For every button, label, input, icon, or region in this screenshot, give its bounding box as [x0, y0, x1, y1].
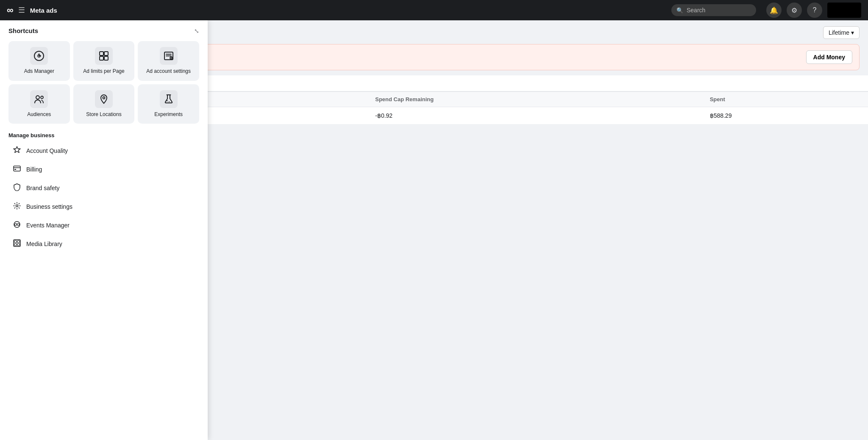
notification-button[interactable]: 🔔: [766, 3, 782, 18]
shortcut-store-locations[interactable]: Store Locations: [73, 84, 135, 124]
store-locations-icon: [95, 90, 113, 108]
search-input[interactable]: [687, 7, 751, 14]
meta-logo-icon: ∞: [7, 5, 13, 16]
nav-icons: 🔔 ⚙ ?: [766, 3, 861, 18]
ad-limits-icon: [95, 47, 113, 65]
menu-item-events-manager[interactable]: Events Manager: [8, 216, 199, 234]
business-settings-label: Business settings: [26, 203, 72, 210]
panel-header: Shortcuts ⤡: [8, 27, 199, 34]
audiences-label: Audiences: [27, 111, 51, 118]
search-bar: 🔍: [671, 4, 756, 16]
menu-item-billing[interactable]: Billing: [8, 161, 199, 178]
svg-rect-18: [14, 166, 20, 171]
store-locations-label: Store Locations: [86, 111, 121, 118]
svg-rect-27: [14, 241, 17, 243]
svg-point-24: [17, 224, 19, 226]
svg-rect-28: [17, 241, 19, 243]
settings-button[interactable]: ⚙: [787, 3, 802, 18]
billing-icon: [13, 165, 21, 174]
svg-rect-3: [104, 52, 108, 55]
shortcut-experiments[interactable]: Experiments: [138, 84, 199, 124]
events-manager-label: Events Manager: [26, 222, 70, 229]
search-icon: 🔍: [676, 7, 683, 14]
lifetime-dropdown[interactable]: Lifetime ▾: [823, 26, 860, 39]
manage-business-title: Manage business: [8, 132, 199, 138]
business-settings-icon: [13, 202, 21, 211]
svg-point-17: [169, 101, 170, 102]
media-library-icon: [13, 239, 21, 249]
ads-manager-label: Ads Manager: [24, 68, 54, 75]
audiences-icon: [30, 90, 48, 108]
billing-label: Billing: [26, 166, 42, 173]
main-area: Ad Lifetime ▾ ds. Add Money A Ap: [0, 20, 868, 440]
brand-safety-label: Brand safety: [26, 185, 60, 191]
account-quality-icon: [13, 146, 21, 155]
lifetime-label: Lifetime: [829, 29, 849, 36]
col-spent: Spent: [703, 92, 868, 107]
brand-safety-icon: [13, 183, 21, 193]
menu-item-brand-safety[interactable]: Brand safety: [8, 179, 199, 197]
ad-account-settings-icon: [160, 47, 178, 65]
ad-account-settings-label: Ad account settings: [146, 68, 191, 75]
svg-point-16: [167, 100, 167, 101]
svg-rect-30: [17, 244, 19, 246]
svg-rect-4: [100, 56, 103, 60]
shortcut-ad-account-settings[interactable]: Ad account settings: [138, 41, 199, 81]
menu-item-account-quality[interactable]: Account Quality: [8, 142, 199, 160]
ads-manager-icon: [30, 47, 48, 65]
panel-title: Shortcuts: [8, 27, 38, 34]
svg-rect-20: [14, 169, 16, 170]
svg-rect-2: [100, 52, 103, 55]
menu-item-media-library[interactable]: Media Library: [8, 235, 199, 253]
cell-spent: ฿588.29: [703, 107, 868, 125]
svg-point-13: [41, 96, 43, 99]
svg-point-21: [16, 205, 18, 207]
shortcut-audiences[interactable]: Audiences: [8, 84, 70, 124]
manage-business-list: Account Quality Billing: [8, 142, 199, 253]
dropdown-arrow-icon: ▾: [851, 29, 854, 36]
settings-icon: ⚙: [791, 6, 797, 14]
header-right: Lifetime ▾: [823, 26, 860, 39]
events-manager-icon: [13, 221, 21, 230]
hamburger-menu[interactable]: ☰: [18, 6, 25, 15]
shortcuts-grid: Ads Manager Ad limits per Page: [8, 41, 199, 124]
svg-point-12: [36, 96, 39, 99]
profile-area[interactable]: [827, 3, 861, 18]
expand-icon[interactable]: ⤡: [194, 28, 199, 34]
shortcut-panel: Shortcuts ⤡ Ads Manager: [0, 20, 208, 440]
experiments-label: Experiments: [154, 111, 183, 118]
add-money-button[interactable]: Add Money: [806, 50, 852, 64]
menu-item-business-settings[interactable]: Business settings: [8, 198, 199, 216]
svg-point-23: [15, 224, 17, 226]
svg-rect-29: [14, 244, 17, 246]
app-name: Meta ads: [30, 7, 57, 14]
shortcut-ad-limits[interactable]: Ad limits per Page: [73, 41, 135, 81]
svg-point-14: [103, 97, 105, 99]
col-spend-cap-remaining: Spend Cap Remaining: [368, 92, 703, 107]
top-navigation: ∞ ☰ Meta ads 🔍 🔔 ⚙ ?: [0, 0, 868, 20]
notification-icon: 🔔: [770, 6, 778, 14]
account-quality-label: Account Quality: [26, 147, 68, 154]
cell-spend-cap-remaining: -฿0.92: [368, 107, 703, 125]
ad-limits-label: Ad limits per Page: [83, 68, 124, 75]
experiments-icon: [160, 90, 178, 108]
shortcut-ads-manager[interactable]: Ads Manager: [8, 41, 70, 81]
media-library-label: Media Library: [26, 241, 62, 247]
help-button[interactable]: ?: [807, 3, 822, 18]
help-icon: ?: [813, 6, 817, 14]
svg-rect-5: [104, 56, 108, 60]
